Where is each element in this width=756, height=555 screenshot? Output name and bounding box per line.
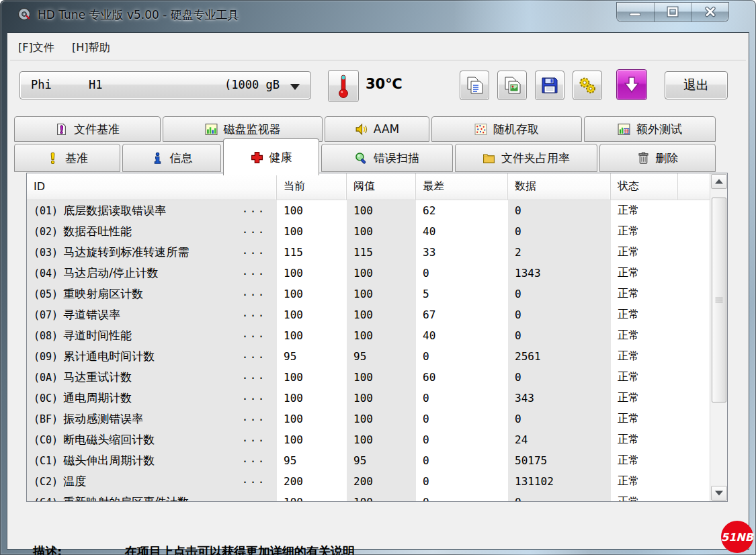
cell-current: 100 xyxy=(284,392,303,404)
tab-error-scan[interactable]: 错误扫描 xyxy=(321,144,453,172)
description-value: 在项目上点击可以获得更加详细的有关说明 xyxy=(125,544,355,555)
table-row[interactable]: (09)累计通电时间计数...959502561正常 xyxy=(27,346,710,367)
column-header-5[interactable]: 状态 xyxy=(611,173,678,200)
cell-data: 24 xyxy=(515,433,528,446)
cell-worst: 40 xyxy=(423,225,435,238)
table-row[interactable]: (07)寻道错误率...100100670正常 xyxy=(27,304,710,325)
drive-selector[interactable]: Phi H1 (1000 gB xyxy=(19,71,311,99)
window-controls xyxy=(617,3,728,22)
scroll-down-button[interactable] xyxy=(711,486,727,501)
tab-label: AAM xyxy=(374,122,399,136)
close-button[interactable] xyxy=(691,3,728,22)
options-button[interactable] xyxy=(573,71,602,100)
copy-report-button[interactable] xyxy=(460,71,489,100)
attribute-id: (C4) xyxy=(34,497,58,502)
temperature-button[interactable] xyxy=(328,70,359,102)
table-row[interactable]: (0A)马达重试计数...100100600正常 xyxy=(27,367,710,388)
tab-health-cross[interactable]: 健康 xyxy=(223,138,319,175)
scrollbar-thumb[interactable] xyxy=(712,198,726,402)
cell-current: 100 xyxy=(284,433,303,446)
table-row[interactable]: (08)寻道时间性能...100100400正常 xyxy=(27,325,710,346)
table-row[interactable]: (01)底层数据读取错误率...100100620正常 xyxy=(27,200,710,221)
cell-threshold: 95 xyxy=(353,350,366,363)
cell-worst: 40 xyxy=(423,329,435,342)
cell-status: 正常 xyxy=(618,474,639,488)
cell-data: 0 xyxy=(515,204,521,217)
table-row[interactable]: (02)数据吞吐性能...100100400正常 xyxy=(27,221,710,242)
tab-benchmark-exclamation[interactable]: 基准 xyxy=(14,144,120,172)
tab-label: 额外测试 xyxy=(636,122,682,137)
attribute-dots: ... xyxy=(242,411,266,423)
tab-erase-trash[interactable]: 删除 xyxy=(599,144,716,172)
arrow-up-icon xyxy=(715,179,723,184)
attribute-dots: ... xyxy=(242,370,266,382)
cell-current: 95 xyxy=(284,454,296,467)
column-header-3[interactable]: 最差 xyxy=(416,173,508,200)
attribute-dots: ... xyxy=(242,453,266,465)
table-row[interactable]: (0C)通电周期计数...1001000343正常 xyxy=(27,388,710,409)
attribute-dots: ... xyxy=(242,245,266,257)
attribute-dots: ... xyxy=(242,349,266,361)
minimize-button[interactable] xyxy=(617,3,655,22)
tab-info[interactable]: 信息 xyxy=(122,144,221,172)
table-row[interactable]: (04)马达启动/停止计数...10010001343正常 xyxy=(27,263,710,284)
cell-threshold: 100 xyxy=(353,433,373,446)
column-header-1[interactable]: 当前 xyxy=(277,173,347,200)
update-download-button[interactable] xyxy=(616,69,647,100)
tab-label: 健康 xyxy=(269,150,292,165)
smart-table: ID当前阈值最差数据状态 (01)底层数据读取错误率...100100620正常… xyxy=(26,173,728,502)
attribute-id: (04) xyxy=(34,267,58,280)
save-button[interactable] xyxy=(535,71,564,100)
attribute-id: (C2) xyxy=(34,476,58,488)
attribute-name: 寻道时间性能 xyxy=(63,328,132,343)
exit-button[interactable]: 退出 xyxy=(665,71,728,99)
maximize-button[interactable] xyxy=(655,3,692,22)
table-row[interactable]: (03)马达旋转到标准转速所需...115115332正常 xyxy=(27,242,710,263)
table-row[interactable]: (C1)磁头伸出周期计数...9595050175正常 xyxy=(27,450,710,471)
menu-file[interactable]: [F]文件 xyxy=(18,41,54,55)
tab-file-benchmark[interactable]: 文件基准 xyxy=(14,116,161,142)
table-row[interactable]: (C4)重新映射的扇区事件计数...10010000正常 xyxy=(27,492,710,501)
scroll-up-button[interactable] xyxy=(711,174,727,189)
tab-speaker[interactable]: AAM xyxy=(325,116,429,142)
cell-current: 100 xyxy=(284,204,303,217)
cell-data: 50175 xyxy=(515,454,547,467)
scrollbar-grip-icon xyxy=(716,297,723,303)
attribute-name: 马达启动/停止计数 xyxy=(63,265,159,281)
vertical-scrollbar[interactable] xyxy=(710,173,727,501)
save-icon xyxy=(540,76,559,95)
cell-data: 0 xyxy=(515,371,521,384)
cell-current: 95 xyxy=(284,350,296,363)
column-header-0[interactable]: ID xyxy=(27,173,277,200)
tab-random-access[interactable]: 随机存取 xyxy=(431,116,582,142)
table-row[interactable]: (BF)振动感测错误率...10010000正常 xyxy=(27,409,710,429)
temperature-value: 30℃ xyxy=(366,76,403,92)
attribute-name: 马达重试计数 xyxy=(63,370,132,385)
cell-current: 100 xyxy=(284,371,303,384)
attribute-id: (BF) xyxy=(34,413,58,425)
cell-status: 正常 xyxy=(618,433,639,447)
attribute-dots: ... xyxy=(242,224,266,236)
cell-data: 1343 xyxy=(515,267,541,280)
cell-status: 正常 xyxy=(618,287,639,301)
update-download-icon xyxy=(622,75,641,94)
column-header-2[interactable]: 阈值 xyxy=(347,173,416,200)
cell-status: 正常 xyxy=(618,308,639,322)
copy-screenshot-button[interactable] xyxy=(497,71,527,100)
menu-help[interactable]: [H]帮助 xyxy=(72,41,110,55)
cell-worst: 0 xyxy=(423,267,429,280)
column-header-4[interactable]: 数据 xyxy=(508,173,611,200)
table-row[interactable]: (C2)温度...2002000131102正常 xyxy=(27,471,710,492)
cell-status: 正常 xyxy=(618,391,639,405)
tab-extra-tests[interactable]: 额外测试 xyxy=(584,116,716,142)
cell-data: 0 xyxy=(515,413,521,425)
tab-folder-usage[interactable]: 文件夹占用率 xyxy=(455,144,597,172)
speaker-icon xyxy=(355,123,368,136)
table-row[interactable]: (05)重映射扇区计数...10010050正常 xyxy=(27,284,710,304)
attribute-id: (07) xyxy=(34,309,58,321)
folder-usage-icon xyxy=(482,152,495,165)
cell-status: 正常 xyxy=(618,495,639,501)
drive-model: H1 xyxy=(89,78,102,91)
tab-label: 文件夹占用率 xyxy=(501,151,570,166)
table-row[interactable]: (C0)断电磁头缩回计数...100100024正常 xyxy=(27,429,710,450)
